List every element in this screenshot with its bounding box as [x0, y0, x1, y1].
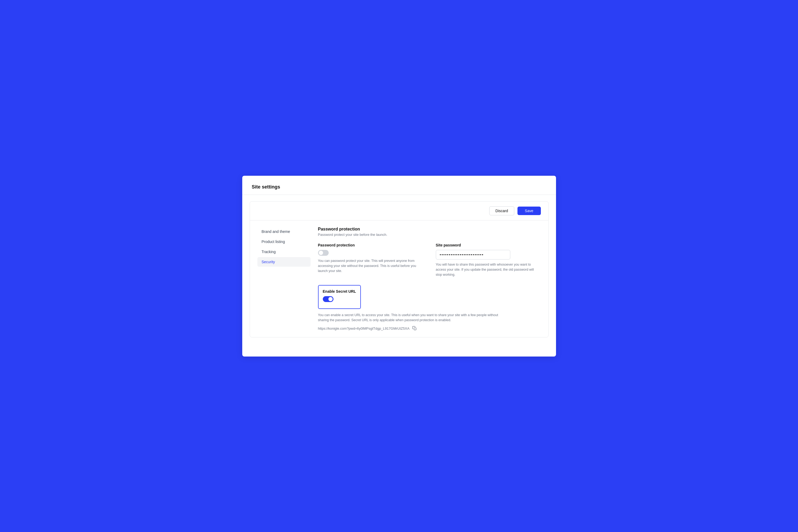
- outer-card: Site settings Discard Save Brand and the…: [242, 176, 556, 357]
- copy-icon[interactable]: [412, 326, 417, 331]
- password-protection-toggle[interactable]: [318, 250, 329, 256]
- sidebar-item-brand-and-theme[interactable]: Brand and theme: [258, 227, 310, 236]
- password-protection-toggle-container[interactable]: [318, 250, 329, 256]
- discard-button[interactable]: Discard: [489, 206, 514, 215]
- site-password-description: You will have to share this password wit…: [436, 262, 541, 278]
- secret-url-value: https://konigle.com?pwd=6y0lMPsgtTdgp_L9…: [318, 326, 410, 330]
- sidebar-item-product-listing[interactable]: Product listing: [258, 237, 310, 246]
- password-protection-description: You can password protect your site. This…: [318, 259, 423, 274]
- section-subtitle: Password protect your site before the la…: [318, 233, 541, 236]
- password-protection-label: Password protection: [318, 243, 423, 247]
- sidebar-item-tracking[interactable]: Tracking: [258, 247, 310, 256]
- content-area: Brand and theme Product listing Tracking…: [250, 221, 548, 337]
- top-bar: Discard Save: [250, 202, 548, 221]
- url-row: https://konigle.com?pwd=6y0lMPsgtTdgp_L9…: [318, 326, 541, 331]
- sidebar: Brand and theme Product listing Tracking…: [258, 227, 310, 331]
- main-content: Password protection Password protect you…: [318, 227, 541, 331]
- site-password-col: Site password You will have to share thi…: [436, 243, 541, 278]
- secret-url-box: Enable Secret URL: [318, 285, 361, 309]
- save-button[interactable]: Save: [517, 207, 541, 215]
- settings-row: Password protection You can password pro…: [318, 243, 541, 278]
- site-password-label: Site password: [436, 243, 541, 247]
- site-password-input[interactable]: [436, 250, 510, 260]
- secret-url-toggle[interactable]: [323, 296, 334, 302]
- inner-card: Discard Save Brand and theme Product lis…: [250, 201, 549, 338]
- secret-url-description: You can enable a secret URL to access yo…: [318, 313, 504, 323]
- secret-url-toggle-container[interactable]: [323, 296, 334, 302]
- password-protection-col: Password protection You can password pro…: [318, 243, 423, 278]
- svg-rect-0: [414, 328, 416, 330]
- page-title: Site settings: [252, 184, 280, 190]
- page-header: Site settings: [242, 176, 556, 195]
- secret-url-label: Enable Secret URL: [323, 289, 356, 293]
- sidebar-item-security[interactable]: Security: [258, 257, 310, 267]
- section-title: Password protection: [318, 227, 541, 232]
